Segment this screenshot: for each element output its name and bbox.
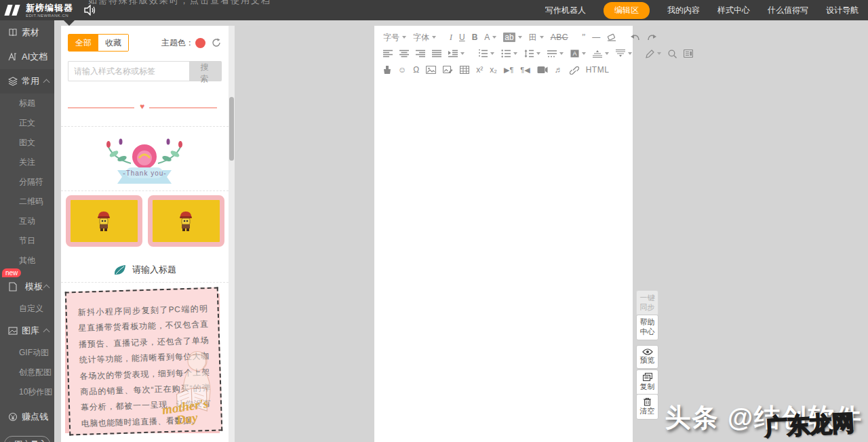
line-height-dropdown[interactable]: [524, 49, 540, 58]
sidebar-item-custom[interactable]: 自定义: [0, 299, 54, 319]
sidebar-item-image-text[interactable]: 图文: [0, 133, 54, 153]
style-item-yellow-cards[interactable]: [61, 191, 229, 258]
preview-button[interactable]: 预览: [636, 345, 658, 369]
fullscreen-panel-icon[interactable]: [684, 49, 693, 58]
blockquote-button[interactable]: ”: [582, 33, 585, 41]
tab-favorites[interactable]: 收藏: [98, 35, 128, 51]
sidebar-label-ai-doc: AI文档: [22, 51, 47, 63]
horizontal-rule-button[interactable]: —: [592, 33, 600, 42]
sidebar-item-qrcode[interactable]: 二维码: [0, 192, 54, 212]
nav-design-nav[interactable]: 设计导航: [826, 5, 859, 16]
sidebar-item-other[interactable]: 其他: [0, 251, 54, 270]
sidebar-item-interact[interactable]: 互动: [0, 212, 54, 231]
insert-video-icon[interactable]: [537, 66, 548, 74]
sidebar-item-gallery[interactable]: 图库: [0, 319, 54, 343]
format-brush-dropdown[interactable]: [646, 49, 661, 58]
format-painter-icon[interactable]: [383, 66, 391, 75]
special-char-icon[interactable]: Ω: [413, 65, 419, 75]
font-size-dropdown[interactable]: 字号: [383, 32, 406, 43]
align-right-icon[interactable]: [416, 49, 425, 58]
style-item-thank-you-flower[interactable]: -Thank you-: [61, 127, 229, 190]
char-border-dropdown[interactable]: 田: [529, 32, 544, 43]
style-panel-scrollbar-thumb[interactable]: [229, 97, 234, 161]
search-replace-icon[interactable]: [668, 49, 677, 58]
clear-format-icon[interactable]: [607, 33, 616, 41]
superscript-button[interactable]: x²: [476, 65, 483, 75]
title-format-dropdown[interactable]: A: [570, 49, 586, 58]
help-center-button[interactable]: 帮助中心: [636, 315, 658, 340]
highlight-color-dropdown[interactable]: ab: [503, 33, 521, 42]
style-item-title-placeholder[interactable]: 请输入标题: [61, 258, 229, 282]
italic-button[interactable]: I: [450, 33, 452, 43]
insert-music-icon[interactable]: ♬: [555, 65, 563, 75]
newrank-logo[interactable]: 新榜编辑器 EDIT.NEWRANK.CN: [5, 3, 73, 18]
bold-button[interactable]: B: [472, 33, 478, 42]
divider-line-right: [149, 107, 217, 108]
nav-writing-robot[interactable]: 写作机器人: [545, 5, 586, 16]
letter-spacing-dropdown[interactable]: [547, 49, 564, 58]
style-search-input[interactable]: [68, 61, 189, 81]
sidebar-item-heading[interactable]: 标题: [0, 94, 54, 113]
nav-style-center[interactable]: 样式中心: [717, 5, 750, 16]
theme-reset-icon[interactable]: [211, 37, 222, 48]
sidebar-item-divider[interactable]: 分隔符: [0, 172, 54, 192]
font-color-dropdown[interactable]: A: [484, 33, 496, 42]
layers-icon: [8, 77, 18, 86]
ltr-paragraph-button[interactable]: ▶¶: [504, 66, 513, 75]
rtl-paragraph-button[interactable]: ¶◀: [520, 66, 530, 75]
editor-canvas[interactable]: [374, 77, 633, 442]
sidebar-label-template: 模板: [25, 281, 43, 293]
font-family-dropdown[interactable]: 字体: [413, 32, 436, 43]
space-before-dropdown[interactable]: [593, 49, 609, 58]
align-center-icon[interactable]: [399, 49, 409, 58]
sidebar-item-template[interactable]: new 模板: [0, 275, 54, 299]
flower-ribbon-graphic: [100, 128, 189, 189]
app-title: 新榜编辑器: [26, 3, 73, 12]
style-panel-scrollbar-track[interactable]: [229, 26, 235, 442]
style-search-button[interactable]: 搜 索: [189, 61, 222, 81]
import-article-button[interactable]: + 图文导入: [4, 436, 50, 442]
align-left-icon[interactable]: [383, 49, 393, 58]
template-icon: [8, 282, 17, 292]
underline-button[interactable]: U: [459, 33, 465, 42]
sidebar-item-earn-money[interactable]: 赚点钱: [0, 405, 54, 429]
tab-all[interactable]: 全部: [68, 35, 98, 51]
nav-editor-area[interactable]: 编辑区: [604, 2, 650, 19]
sidebar-item-ai-doc[interactable]: AI文档: [0, 45, 54, 69]
sidebar-item-creative-image[interactable]: 创意配图: [0, 363, 54, 382]
undo-icon[interactable]: [630, 34, 640, 41]
sidebar-item-10s-image[interactable]: 10秒作图: [0, 382, 54, 402]
indent-dropdown[interactable]: [448, 49, 465, 58]
edit-image-icon[interactable]: [443, 66, 453, 74]
insert-image-icon[interactable]: [426, 66, 436, 74]
sidebar-item-common[interactable]: 常用: [0, 69, 54, 94]
copy-button[interactable]: 复制: [636, 369, 658, 395]
nav-my-content[interactable]: 我的内容: [667, 5, 700, 16]
insert-table-icon[interactable]: [460, 66, 469, 74]
nav-worth-writing[interactable]: 什么值得写: [768, 5, 808, 16]
chevron-down-icon: [605, 52, 609, 55]
top-bar: 新榜编辑器 EDIT.NEWRANK.CN 如需特殊排版效果时，点击查看使用文档…: [0, 0, 868, 20]
sidebar-item-body-text[interactable]: 正文: [0, 113, 54, 133]
sidebar-item-gif[interactable]: GIF动图: [0, 343, 54, 363]
space-after-dropdown[interactable]: [616, 49, 632, 58]
clear-button[interactable]: 清空: [636, 394, 658, 420]
redo-icon[interactable]: [647, 34, 657, 41]
insert-link-icon[interactable]: [570, 66, 579, 75]
strikethrough-button[interactable]: ABC: [551, 33, 568, 42]
style-item-pink-card[interactable]: 新抖小程序同步复刻了PC端的明星直播带货看板功能，不仅包含直播预告、直播记录，还…: [61, 287, 229, 440]
sidebar-item-follow[interactable]: 关注: [0, 153, 54, 172]
subscript-button[interactable]: x₂: [490, 65, 497, 75]
theme-color-swatch[interactable]: [195, 38, 205, 48]
cartoon-character: [178, 210, 194, 232]
html-source-button[interactable]: HTML: [586, 65, 610, 75]
style-item-heart-divider[interactable]: ♥: [61, 89, 229, 126]
sidebar-item-material[interactable]: 素材: [0, 20, 54, 45]
unordered-list-dropdown[interactable]: [501, 49, 517, 58]
sidebar-label-material: 素材: [22, 26, 39, 39]
one-key-sync-button[interactable]: 一键同步: [636, 290, 658, 316]
ordered-list-dropdown[interactable]: [478, 49, 494, 58]
sidebar-item-festival[interactable]: 节日: [0, 231, 54, 251]
align-justify-icon[interactable]: [432, 49, 441, 58]
emoji-icon[interactable]: ☺: [398, 65, 406, 75]
